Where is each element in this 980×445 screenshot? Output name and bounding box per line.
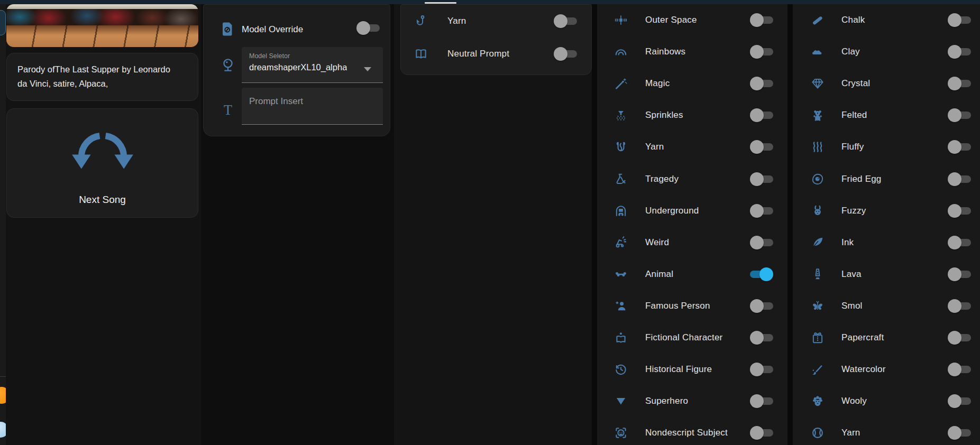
- clay-icon: [811, 45, 825, 59]
- papercraft-toggle[interactable]: [948, 331, 971, 345]
- next-song-button[interactable]: Next Song: [6, 108, 198, 218]
- toggle-row-fictional-character: Fictional Character: [597, 322, 787, 354]
- model-selector-dropdown[interactable]: Model Seletor dreamshaperXL10_alpha: [242, 47, 383, 83]
- rainbow-icon: [614, 45, 628, 59]
- wooly-toggle[interactable]: [948, 394, 971, 408]
- weird-toggle[interactable]: [750, 236, 773, 249]
- column-divider: [787, 4, 793, 445]
- toggle-row-yarn: Yarn: [793, 417, 980, 445]
- prompt-options-zone: YarnNeutral Prompt: [394, 4, 592, 445]
- outer-space-toggle[interactable]: [750, 13, 773, 27]
- yarn-toggle[interactable]: [948, 426, 971, 440]
- toggle-row-famous-person: Famous Person: [597, 290, 787, 322]
- yarn-toggle[interactable]: [554, 14, 577, 28]
- waves-icon: [811, 140, 825, 154]
- toggle-row-clay: Clay: [793, 36, 980, 68]
- fish-hook-icon: [414, 14, 428, 28]
- toggle-row-fried-egg: Fried Egg: [793, 163, 980, 194]
- triangle-down-icon: [614, 394, 628, 408]
- teddy-bear-icon: [811, 108, 825, 122]
- prompt-text-card[interactable]: Parody ofThe Last Supper by Leonardo da …: [6, 53, 198, 101]
- rail-selected-thumbnail[interactable]: [0, 10, 6, 35]
- toggle-row-smol: Smol: [793, 290, 980, 322]
- toggle-row-label: Tragedy: [645, 174, 679, 184]
- subway-icon: [614, 204, 628, 218]
- toggle-row-watercolor: Watercolor: [793, 354, 980, 385]
- toggle-row-papercraft: Papercraft: [793, 322, 980, 354]
- feather-icon: [811, 236, 825, 249]
- diamond-icon: [811, 77, 825, 90]
- book-person-icon: [614, 331, 628, 345]
- famous-person-toggle[interactable]: [750, 299, 773, 313]
- sprinkler-icon: [614, 108, 628, 122]
- nondescript-subject-toggle[interactable]: [750, 426, 773, 440]
- smol-toggle[interactable]: [948, 299, 971, 313]
- tragedy-toggle[interactable]: [750, 172, 773, 186]
- active-tab-indicator[interactable]: [425, 2, 456, 4]
- painting-floor: [6, 25, 198, 47]
- toggle-row-chalk: Chalk: [793, 4, 980, 36]
- toggle-row-label: Nondescript Subject: [645, 428, 728, 438]
- prompt-options-rows: YarnNeutral Prompt: [401, 5, 591, 70]
- neutral-prompt-toggle[interactable]: [554, 47, 577, 61]
- fried-egg-toggle[interactable]: [948, 172, 971, 186]
- toggle-row-nondescript-subject: Nondescript Subject: [597, 417, 787, 445]
- fictional-character-toggle[interactable]: [750, 331, 773, 345]
- toggle-row-label: Outer Space: [645, 15, 697, 25]
- sprinkles-toggle[interactable]: [750, 108, 773, 122]
- face-scan-icon: [614, 426, 628, 440]
- model-override-label: Model Override: [242, 24, 303, 35]
- clay-toggle[interactable]: [948, 45, 971, 59]
- bone-icon: [614, 267, 628, 281]
- double-down-arrows-icon: [66, 126, 140, 177]
- ink-toggle[interactable]: [948, 236, 971, 249]
- model-override-toggle[interactable]: [356, 21, 380, 35]
- fluffy-toggle[interactable]: [948, 140, 971, 154]
- tab-bar: [0, 0, 980, 4]
- toggle-row-label: Wooly: [841, 396, 867, 406]
- toggle-row-label: Ink: [841, 237, 854, 248]
- magic-wand-icon: [614, 77, 628, 90]
- subject-panel: Outer SpaceRainbowsMagicSprinklesYarnTra…: [597, 4, 787, 445]
- animal-toggle[interactable]: [750, 267, 773, 281]
- butterfly-icon: [811, 299, 825, 313]
- toggle-row-label: Superhero: [645, 396, 688, 406]
- crystal-toggle[interactable]: [948, 77, 971, 90]
- toggle-row-weird: Weird: [597, 227, 787, 258]
- toggle-row-label: Historical Figure: [645, 364, 712, 375]
- file-block-icon: [220, 21, 236, 37]
- fuzzy-toggle[interactable]: [948, 204, 971, 218]
- toggle-row-label: Animal: [645, 269, 673, 280]
- svg-text:T: T: [224, 103, 232, 118]
- historical-figure-toggle[interactable]: [750, 363, 773, 376]
- watercolor-toggle[interactable]: [948, 363, 971, 376]
- toggle-row-label: Felted: [841, 110, 867, 120]
- toggle-row-label: Papercraft: [841, 332, 884, 343]
- prompt-options-card: YarnNeutral Prompt: [400, 4, 592, 75]
- chalk-toggle[interactable]: [948, 13, 971, 27]
- toggle-row-animal: Animal: [597, 258, 787, 290]
- last-supper-thumbnail[interactable]: [6, 4, 198, 47]
- person-star-icon: [614, 299, 628, 313]
- toggle-row-yarn: Yarn: [401, 5, 591, 38]
- yarn-toggle[interactable]: [750, 140, 773, 154]
- toggle-row-label: Weird: [645, 237, 669, 248]
- superhero-toggle[interactable]: [750, 394, 773, 408]
- toggle-row-label: Watercolor: [841, 364, 886, 375]
- lava-lamp-icon: [811, 267, 825, 281]
- magic-toggle[interactable]: [750, 77, 773, 90]
- toggle-row-label: Crystal: [841, 78, 870, 89]
- model-selector-value: dreamshaperXL10_alpha: [249, 62, 347, 72]
- toggle-row-sprinkles: Sprinkles: [597, 99, 787, 131]
- toggle-row-label: Underground: [645, 206, 699, 216]
- felted-toggle[interactable]: [948, 108, 971, 122]
- underground-toggle[interactable]: [750, 204, 773, 218]
- prompt-insert-input[interactable]: [242, 88, 383, 115]
- toggle-row-neutral-prompt: Neutral Prompt: [401, 38, 591, 70]
- yarn-skein-icon: [614, 140, 628, 154]
- model-panel: Model Override Model Seletor dreamshaper…: [203, 4, 390, 136]
- toggle-row-label: Sprinkles: [645, 110, 683, 120]
- prompt-insert-field: [242, 88, 383, 125]
- lava-toggle[interactable]: [948, 267, 971, 281]
- rainbows-toggle[interactable]: [750, 45, 773, 59]
